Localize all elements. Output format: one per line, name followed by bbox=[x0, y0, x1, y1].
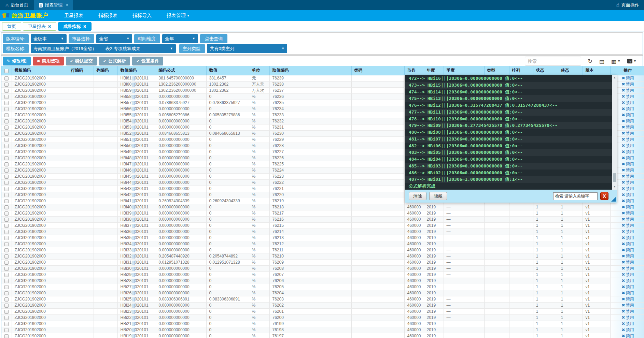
disable-row-link[interactable]: ✖禁用 bbox=[621, 241, 634, 246]
filter-select-版本编号:[interactable]: 全版本▼ bbox=[31, 34, 67, 43]
console-scrollbar[interactable]: ▲ ▼ bbox=[612, 75, 617, 190]
row-checkbox[interactable] bbox=[4, 89, 9, 93]
disable-row-link[interactable]: ✖禁用 bbox=[621, 284, 634, 289]
disable-row-link[interactable]: ✖禁用 bbox=[621, 174, 634, 179]
disable-row-link[interactable]: ✖禁用 bbox=[621, 106, 634, 111]
disable-row-link[interactable]: ✖禁用 bbox=[621, 223, 634, 228]
select-all-checkbox[interactable] bbox=[4, 69, 9, 73]
toolbar-button-设置条件[interactable]: ✔设置条件 bbox=[132, 57, 163, 65]
disable-row-link[interactable]: ✖禁用 bbox=[621, 315, 634, 320]
disable-row-link[interactable]: ✖禁用 bbox=[621, 180, 634, 185]
disable-row-link[interactable]: ✖禁用 bbox=[621, 137, 634, 142]
template-name-select[interactable]: 海南旅游卫星账户（2019全省）——表2-专项核算成果 ▼ bbox=[31, 44, 176, 53]
disable-row-link[interactable]: ✖禁用 bbox=[621, 88, 634, 93]
disable-row-link[interactable]: ✖禁用 bbox=[621, 260, 634, 265]
app-menu-item-指标导入[interactable]: 指标导入 bbox=[125, 10, 159, 21]
disable-row-link[interactable]: ✖禁用 bbox=[621, 235, 634, 240]
row-checkbox[interactable] bbox=[4, 285, 9, 289]
row-checkbox[interactable] bbox=[4, 113, 9, 117]
row-checkbox[interactable] bbox=[4, 291, 9, 295]
filter-select-时间维度:[interactable]: 全年▼ bbox=[162, 34, 198, 43]
disable-row-link[interactable]: ✖禁用 bbox=[621, 272, 634, 277]
row-checkbox[interactable] bbox=[4, 138, 9, 142]
disable-row-link[interactable]: ✖禁用 bbox=[621, 149, 634, 154]
disable-row-link[interactable]: ✖禁用 bbox=[621, 321, 634, 326]
disable-row-link[interactable]: ✖禁用 bbox=[621, 211, 634, 216]
row-checkbox[interactable] bbox=[4, 248, 9, 252]
row-checkbox[interactable] bbox=[4, 156, 9, 160]
columns-icon[interactable]: ▤ bbox=[599, 58, 604, 64]
scroll-up-icon[interactable]: ▲ bbox=[612, 76, 617, 80]
toolbar-button-公式解析[interactable]: ✔公式解析 bbox=[99, 57, 130, 65]
toolbar-button-确认提交[interactable]: ✔确认提交 bbox=[66, 57, 97, 65]
row-checkbox[interactable] bbox=[4, 76, 9, 80]
row-checkbox[interactable] bbox=[4, 107, 9, 111]
row-checkbox[interactable] bbox=[4, 175, 9, 179]
page-operations-button[interactable]: ☝ 页面操作 bbox=[612, 0, 644, 10]
row-checkbox[interactable] bbox=[4, 119, 9, 123]
row-checkbox[interactable] bbox=[4, 132, 9, 136]
filter-select-市县选择:[interactable]: 全省▼ bbox=[96, 34, 132, 43]
hide-button[interactable]: 隐藏 bbox=[429, 192, 447, 200]
row-checkbox[interactable] bbox=[4, 322, 9, 326]
row-checkbox[interactable] bbox=[4, 211, 9, 216]
row-checkbox[interactable] bbox=[4, 297, 9, 302]
tab-close-icon[interactable]: ✖ bbox=[83, 24, 86, 29]
disable-row-link[interactable]: ✖禁用 bbox=[621, 229, 634, 234]
disable-row-link[interactable]: ✖禁用 bbox=[621, 82, 634, 87]
row-checkbox[interactable] bbox=[4, 95, 9, 99]
disable-row-link[interactable]: ✖禁用 bbox=[621, 100, 634, 105]
row-checkbox[interactable] bbox=[4, 101, 9, 105]
row-checkbox[interactable] bbox=[4, 162, 9, 166]
row-checkbox[interactable] bbox=[4, 273, 9, 277]
row-checkbox[interactable] bbox=[4, 236, 9, 240]
main-column-type-select[interactable]: 共有0类主列 ▼ bbox=[207, 44, 287, 53]
row-checkbox[interactable] bbox=[4, 199, 9, 203]
row-checkbox[interactable] bbox=[4, 187, 9, 191]
console-close-button[interactable]: X bbox=[600, 192, 608, 200]
disable-row-link[interactable]: ✖禁用 bbox=[621, 327, 634, 332]
page-tab-首页[interactable]: 首页 bbox=[2, 22, 21, 31]
search-input[interactable] bbox=[525, 57, 581, 65]
row-checkbox[interactable] bbox=[4, 267, 9, 271]
row-checkbox[interactable] bbox=[4, 218, 9, 222]
tab-close-icon[interactable]: ✖ bbox=[48, 24, 51, 29]
disable-row-link[interactable]: ✖禁用 bbox=[621, 303, 634, 308]
toolbar-button-禁用选项[interactable]: ✖禁用选项 bbox=[33, 57, 64, 65]
row-checkbox[interactable] bbox=[4, 316, 9, 320]
disable-row-link[interactable]: ✖禁用 bbox=[621, 119, 634, 123]
row-checkbox[interactable] bbox=[4, 254, 9, 259]
disable-row-link[interactable]: ✖禁用 bbox=[621, 217, 634, 222]
clear-button[interactable]: 清除 bbox=[409, 192, 426, 200]
disable-row-link[interactable]: ✖禁用 bbox=[621, 334, 634, 338]
row-checkbox[interactable] bbox=[4, 334, 9, 338]
topbar-home-tab[interactable]: ⌂ 后台首页 bbox=[0, 0, 34, 10]
row-checkbox[interactable] bbox=[4, 230, 9, 234]
disable-row-link[interactable]: ✖禁用 bbox=[621, 291, 634, 295]
row-checkbox[interactable] bbox=[4, 168, 9, 173]
row-checkbox[interactable] bbox=[4, 193, 9, 197]
disable-row-link[interactable]: ✖禁用 bbox=[621, 113, 634, 117]
topbar-report-tab[interactable]: 报表管理 × bbox=[34, 0, 73, 10]
app-menu-item-报表管理[interactable]: 报表管理▾ bbox=[159, 10, 197, 21]
disable-row-link[interactable]: ✖禁用 bbox=[621, 278, 634, 283]
row-checkbox[interactable] bbox=[4, 279, 9, 283]
export-icon[interactable]: ↘▼ bbox=[627, 59, 636, 63]
app-menu-item-卫星报表[interactable]: 卫星报表 bbox=[57, 10, 91, 21]
refresh-icon[interactable]: ↻ bbox=[588, 58, 592, 64]
page-tab-成果指标[interactable]: 成果指标✖ bbox=[58, 22, 92, 31]
disable-row-link[interactable]: ✖禁用 bbox=[621, 248, 634, 252]
row-checkbox[interactable] bbox=[4, 150, 9, 154]
row-checkbox[interactable] bbox=[4, 205, 9, 209]
disable-row-link[interactable]: ✖禁用 bbox=[621, 186, 634, 191]
disable-row-link[interactable]: ✖禁用 bbox=[621, 309, 634, 314]
row-checkbox[interactable] bbox=[4, 310, 9, 314]
disable-row-link[interactable]: ✖禁用 bbox=[621, 94, 634, 99]
grid-icon[interactable]: ▦▼ bbox=[611, 58, 620, 64]
query-button[interactable]: 点击查询 bbox=[200, 34, 227, 43]
row-checkbox[interactable] bbox=[4, 83, 9, 87]
row-checkbox[interactable] bbox=[4, 242, 9, 246]
close-icon[interactable]: × bbox=[66, 3, 68, 8]
app-menu-item-指标报表[interactable]: 指标报表 bbox=[91, 10, 125, 21]
row-checkbox[interactable] bbox=[4, 224, 9, 228]
